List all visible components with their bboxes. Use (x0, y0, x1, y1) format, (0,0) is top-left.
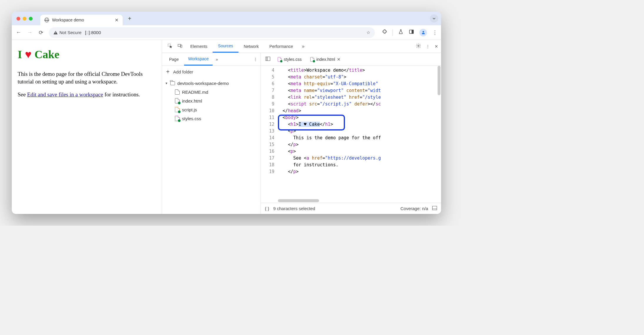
tree-file[interactable]: index.html (162, 96, 261, 105)
paragraph: See Edit and save files in a workspace f… (18, 91, 156, 98)
highlight-annotation (278, 115, 345, 130)
folder-icon (170, 81, 175, 85)
file-icon (175, 107, 180, 112)
svg-point-2 (423, 31, 424, 33)
settings-gear-icon[interactable] (416, 43, 421, 49)
devtools-tab-bar: Elements Sources Network Performance » ⋮… (162, 40, 441, 53)
minimize-window-button[interactable] (23, 17, 26, 21)
sources-navigator: Page Workspace » ⋮ + Add folder ▼ devtoo (162, 53, 261, 214)
editor-tab[interactable]: styles.css (274, 53, 305, 66)
tree-file[interactable]: styles.css (162, 114, 261, 123)
sources-editor-pane: styles.css index.html ✕ 4567891011121314… (261, 53, 441, 214)
selection-status: 9 characters selected (273, 206, 315, 211)
chrome-menu-button[interactable]: ⋮ (432, 29, 438, 36)
tree-file[interactable]: script.js (162, 105, 261, 114)
close-devtools-button[interactable]: ✕ (435, 44, 438, 49)
paragraph: This is the demo page for the official C… (18, 70, 156, 85)
browser-tab[interactable]: Workspace demo ✕ (40, 15, 123, 25)
navigator-tabs: Page Workspace » ⋮ (162, 53, 261, 66)
rendered-page: I ♥ Cake This is the demo page for the o… (12, 40, 162, 214)
close-window-button[interactable] (16, 17, 20, 21)
svg-rect-5 (181, 45, 182, 48)
file-icon (175, 89, 180, 95)
more-subtabs-button[interactable]: » (216, 57, 218, 62)
maximize-window-button[interactable] (29, 17, 33, 21)
subtab-page[interactable]: Page (165, 53, 183, 66)
file-icon (310, 57, 314, 61)
tab-elements[interactable]: Elements (185, 40, 213, 53)
profile-avatar[interactable] (419, 29, 427, 36)
tab-strip: Workspace demo ✕ + (12, 12, 441, 25)
code-content[interactable]: <title>Workspace demo</title> <meta char… (277, 66, 441, 203)
url-text: [::]:8000 (85, 30, 101, 35)
vertical-scrollbar[interactable] (438, 66, 441, 95)
tree-file[interactable]: README.md (162, 88, 261, 96)
more-tabs-button[interactable]: » (298, 44, 308, 49)
plus-icon: + (166, 68, 170, 75)
file-icon (175, 98, 180, 103)
warning-icon (54, 31, 58, 34)
tab-performance[interactable]: Performance (264, 40, 298, 53)
toolbar-actions: ⋮ (382, 29, 438, 36)
security-label: Not Secure (59, 30, 81, 35)
address-bar[interactable]: Not Secure [::]:8000 ☆ (49, 27, 375, 38)
file-icon (175, 116, 180, 121)
editor-tab[interactable]: index.html ✕ (306, 53, 344, 66)
svg-point-6 (418, 45, 419, 47)
close-tab-button[interactable]: ✕ (115, 17, 119, 23)
code-editor[interactable]: 45678910111213141516171819 <title>Worksp… (261, 66, 441, 203)
forward-button[interactable]: → (26, 29, 33, 36)
main-split: I ♥ Cake This is the demo page for the o… (12, 40, 441, 214)
h1-text: I (18, 47, 22, 62)
coverage-status: Coverage: n/a (401, 206, 428, 211)
side-panel-icon[interactable] (409, 29, 414, 36)
disclosure-triangle-icon: ▼ (165, 82, 168, 85)
h1-text: Cake (34, 47, 59, 62)
line-number-gutter: 45678910111213141516171819 (261, 66, 277, 203)
globe-icon (44, 18, 49, 22)
page-heading: I ♥ Cake (18, 47, 156, 62)
divider (393, 29, 393, 36)
chevron-down-icon (432, 17, 436, 20)
bookmark-star-icon[interactable]: ☆ (366, 30, 370, 35)
tree-folder[interactable]: ▼ devtools-workspace-demo (162, 79, 261, 88)
horizontal-scrollbar[interactable] (278, 199, 319, 202)
tab-title: Workspace demo (52, 18, 112, 22)
toggle-navigator-icon[interactable] (263, 57, 273, 62)
tab-network[interactable]: Network (238, 40, 264, 53)
tab-sources[interactable]: Sources (213, 40, 238, 53)
new-tab-button[interactable]: + (128, 15, 131, 22)
kebab-menu-icon[interactable]: ⋮ (426, 44, 430, 49)
navigator-menu-icon[interactable]: ⋮ (253, 57, 258, 62)
toggle-drawer-icon[interactable] (432, 206, 437, 211)
file-tree: ▼ devtools-workspace-demo README.md inde… (162, 78, 261, 124)
extensions-icon[interactable] (382, 29, 387, 36)
devtools-panel: Elements Sources Network Performance » ⋮… (162, 40, 441, 214)
inspect-element-icon[interactable] (165, 43, 175, 50)
pretty-print-icon[interactable]: { } (265, 206, 269, 211)
back-button[interactable]: ← (15, 29, 22, 36)
labs-icon[interactable] (398, 29, 403, 36)
tutorial-link[interactable]: Edit and save files in a workspace (27, 91, 103, 98)
close-editor-tab-button[interactable]: ✕ (337, 57, 341, 62)
tab-search-button[interactable] (430, 14, 438, 23)
sources-body: Page Workspace » ⋮ + Add folder ▼ devtoo (162, 53, 441, 214)
file-icon (278, 57, 282, 61)
security-chip[interactable]: Not Secure (54, 30, 81, 35)
window-controls (16, 17, 33, 21)
device-toolbar-icon[interactable] (175, 43, 185, 50)
heart-icon: ♥ (25, 47, 32, 62)
svg-rect-1 (412, 30, 413, 34)
add-folder-button[interactable]: + Add folder (162, 66, 261, 78)
browser-window: Workspace demo ✕ + ← → ⟳ Not Secure [::]… (12, 12, 441, 214)
editor-tab-bar: styles.css index.html ✕ (261, 53, 441, 66)
subtab-workspace[interactable]: Workspace (184, 53, 213, 66)
editor-status-bar: { } 9 characters selected Coverage: n/a (261, 203, 441, 214)
toolbar: ← → ⟳ Not Secure [::]:8000 ☆ (12, 25, 441, 40)
reload-button[interactable]: ⟳ (38, 29, 44, 36)
